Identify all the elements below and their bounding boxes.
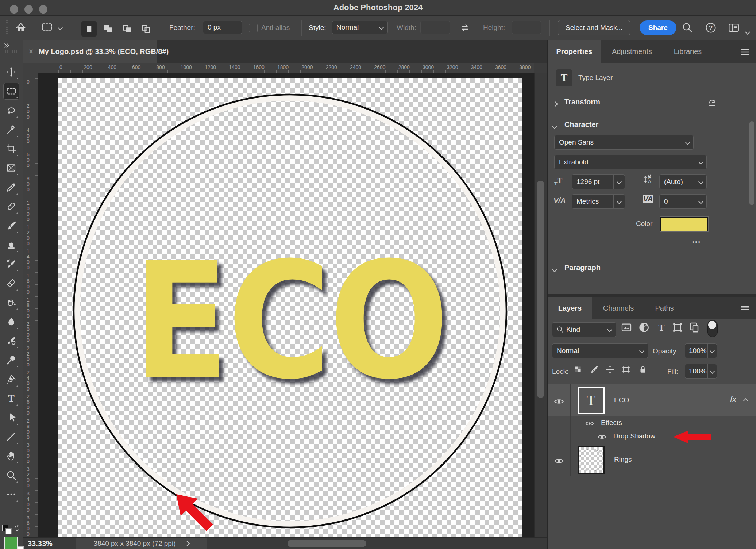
crop-tool[interactable] <box>3 140 19 157</box>
tool-preset[interactable] <box>41 21 62 35</box>
paragraph-section-header[interactable]: Paragraph <box>564 264 601 272</box>
tab-channels[interactable]: Channels <box>592 297 645 319</box>
filter-type-layers-icon[interactable]: T <box>656 322 667 333</box>
width-input[interactable] <box>420 21 450 34</box>
opacity-input[interactable]: 100% <box>685 343 717 358</box>
feather-input[interactable]: 0 px <box>203 21 242 34</box>
font-family-dropdown[interactable]: Open Sans <box>554 135 694 150</box>
document-size-status[interactable]: 3840 px x 3840 px (72 ppi) <box>76 538 207 549</box>
more-tools[interactable] <box>3 486 19 503</box>
clone-stamp-tool[interactable] <box>3 236 19 253</box>
search-icon[interactable] <box>682 21 693 35</box>
history-brush-tool[interactable] <box>3 256 19 272</box>
properties-scrollbar-thumb[interactable] <box>749 121 754 205</box>
chevron-down-icon[interactable] <box>552 124 557 129</box>
lock-artboard-icon[interactable] <box>621 365 632 375</box>
character-section-header[interactable]: Character <box>564 120 598 129</box>
font-size-dropdown[interactable]: 1296 pt <box>572 174 625 189</box>
new-selection-mode[interactable] <box>81 21 97 37</box>
more-options[interactable]: ••• <box>692 239 701 245</box>
workspace-icon[interactable] <box>728 21 740 35</box>
visibility-eye-icon[interactable] <box>597 432 609 441</box>
filter-shape-layers-icon[interactable] <box>672 322 683 333</box>
brush-tool[interactable] <box>3 217 19 234</box>
anti-alias-checkbox[interactable] <box>249 24 258 32</box>
leading-dropdown[interactable]: (Auto) <box>659 174 707 189</box>
rectangular-marquee-tool[interactable] <box>3 83 19 100</box>
lock-transparency-icon[interactable] <box>573 365 583 375</box>
dodge-tool[interactable] <box>3 352 19 368</box>
panel-menu-icon[interactable] <box>740 47 751 58</box>
move-tool[interactable] <box>3 64 19 80</box>
lock-position-icon[interactable] <box>605 365 616 375</box>
drop-shadow-label[interactable]: Drop Shadow <box>613 432 655 440</box>
layer-row-drop-shadow[interactable]: Drop Shadow <box>548 430 756 444</box>
lock-all-icon[interactable] <box>638 365 648 375</box>
type-tool[interactable]: T <box>3 390 19 407</box>
magic-wand-tool[interactable] <box>3 121 19 138</box>
layer-row-eco[interactable]: T ECO fx <box>548 384 756 416</box>
add-selection-mode[interactable] <box>100 21 116 37</box>
spot-healing-brush-tool[interactable] <box>3 198 19 215</box>
filter-toggle[interactable] <box>707 320 718 337</box>
paint-bucket-tool[interactable] <box>3 294 19 311</box>
effects-label[interactable]: Effects <box>601 419 622 427</box>
tab-libraries[interactable]: Libraries <box>663 40 713 63</box>
document-tab[interactable]: × My Logo.psd @ 33.3% (ECO, RGB/8#) <box>23 40 157 63</box>
close-tab-icon[interactable]: × <box>28 46 34 57</box>
canvas-viewport[interactable]: ECO <box>38 73 534 537</box>
lasso-tool[interactable] <box>3 102 19 119</box>
horizontal-scrollbar-thumb[interactable] <box>288 540 366 547</box>
text-color-swatch[interactable] <box>660 217 708 231</box>
zoom-tool[interactable] <box>3 467 19 484</box>
zoom-level[interactable]: 33.33% <box>28 538 53 549</box>
path-selection-tool[interactable] <box>3 409 19 426</box>
minimize-window-button[interactable] <box>24 5 33 14</box>
visibility-eye-icon[interactable] <box>554 396 565 405</box>
default-colors-icon[interactable] <box>2 525 12 534</box>
kerning-dropdown[interactable]: Metrics <box>572 194 625 209</box>
visibility-eye-icon[interactable] <box>585 419 597 427</box>
eyedropper-tool[interactable] <box>3 179 19 196</box>
vertical-scrollbar[interactable] <box>534 73 548 537</box>
filter-kind-dropdown[interactable]: Kind <box>552 322 616 337</box>
tab-paths[interactable]: Paths <box>645 297 684 319</box>
swap-dimensions-button[interactable] <box>459 21 471 35</box>
layer-thumbnail-rings[interactable] <box>578 446 605 474</box>
filter-pixel-layers-icon[interactable] <box>621 322 632 333</box>
font-style-dropdown[interactable]: Extrabold <box>554 155 707 169</box>
swap-colors-icon[interactable] <box>13 524 22 533</box>
layer-name[interactable]: Rings <box>614 456 632 464</box>
tab-properties[interactable]: Properties <box>548 40 601 63</box>
line-tool[interactable] <box>3 428 19 445</box>
subtract-selection-mode[interactable] <box>119 21 135 37</box>
reset-icon[interactable] <box>707 96 718 107</box>
style-dropdown[interactable]: Normal <box>332 21 388 34</box>
filter-adjustment-layers-icon[interactable] <box>638 322 650 333</box>
select-and-mask-button[interactable]: Select and Mask... <box>558 21 630 35</box>
pen-tool[interactable] <box>3 371 19 388</box>
foreground-color-swatch[interactable] <box>4 537 18 549</box>
filter-smart-objects-icon[interactable] <box>688 322 700 333</box>
tab-adjustments[interactable]: Adjustments <box>601 40 663 63</box>
canvas[interactable]: ECO <box>58 78 522 537</box>
eraser-tool[interactable] <box>3 275 19 292</box>
hand-tool[interactable] <box>3 448 19 464</box>
lock-pixels-icon[interactable] <box>589 365 599 375</box>
layer-row-rings[interactable]: Rings <box>548 444 756 476</box>
blur-tool[interactable] <box>3 313 19 330</box>
visibility-eye-icon[interactable] <box>554 456 565 464</box>
chevron-down-icon[interactable] <box>745 30 750 35</box>
layer-row-effects[interactable]: Effects <box>548 416 756 430</box>
layer-fx-badge[interactable]: fx <box>730 395 736 404</box>
tracking-dropdown[interactable]: 0 <box>659 194 707 209</box>
home-button[interactable] <box>15 21 27 35</box>
share-button[interactable]: Share <box>640 21 676 35</box>
transform-section-header[interactable]: Transform <box>564 98 600 106</box>
blend-mode-dropdown[interactable]: Normal <box>552 343 648 358</box>
close-window-button[interactable] <box>10 5 18 14</box>
intersect-selection-mode[interactable] <box>138 21 154 37</box>
mixer-brush-tool[interactable] <box>3 332 19 349</box>
panel-menu-icon[interactable] <box>740 304 751 315</box>
zoom-window-button[interactable] <box>39 5 47 14</box>
